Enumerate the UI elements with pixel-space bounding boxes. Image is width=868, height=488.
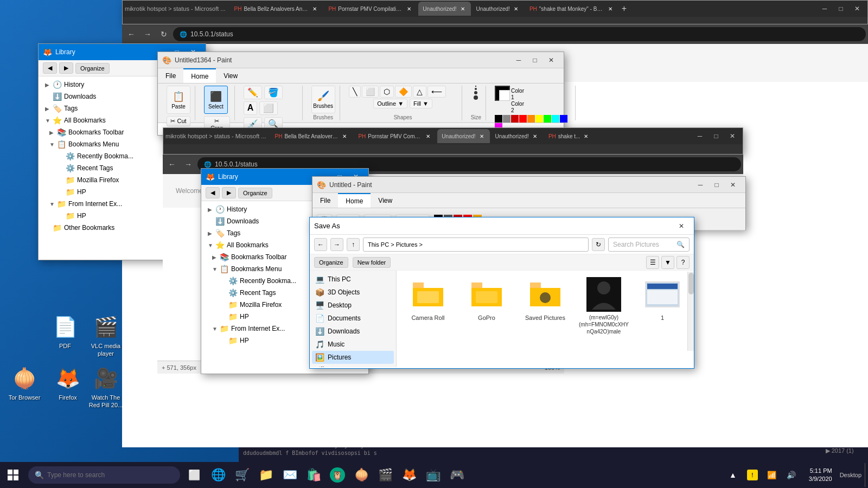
help-btn[interactable]: ? [676, 256, 690, 269]
browser-tab-fg-5[interactable]: PH shake t... ✕ [544, 129, 594, 143]
browser-forward-fg[interactable]: → [181, 157, 195, 171]
desktop-icon-vlc[interactable]: 🎬 VLC media player [84, 312, 127, 360]
file-gopro[interactable]: GoPro [459, 275, 514, 337]
text-btn-bg[interactable]: A [244, 101, 258, 115]
size-3[interactable] [474, 91, 477, 94]
dialog-search-box[interactable]: Search Pictures 🔍 [608, 237, 690, 252]
browser-refresh-bg[interactable]: ↻ [157, 27, 171, 41]
sidebar-downloads[interactable]: ⬇️ Downloads [312, 325, 394, 338]
browser-forward-bg[interactable]: → [141, 27, 155, 41]
outline-btn-bg[interactable]: Outline ▼ [373, 99, 407, 108]
taskbar-explorer-icon[interactable]: 📁 [254, 463, 278, 487]
sidebar-documents[interactable]: 📄 Documents [312, 312, 394, 325]
desktop-icon-tor[interactable]: 🧅 Tor Browser [3, 363, 46, 403]
color-orange[interactable] [527, 115, 535, 123]
color1-bg[interactable] [495, 86, 510, 101]
tray-network-icon[interactable]: 📶 [763, 463, 781, 487]
fill2-btn-bg[interactable]: Fill ▼ [410, 99, 432, 108]
file-saved-pictures[interactable]: Saved Pictures [518, 275, 572, 337]
sidebar-3d-objects[interactable]: 📦 3D Objects [312, 286, 394, 299]
tab-close-fg-5[interactable]: ✕ [582, 132, 590, 140]
paint-maximize-bg[interactable]: □ [527, 52, 543, 68]
browser-tab-2[interactable]: PH Pornstar PMV Compilatio... ✕ [324, 2, 417, 16]
search-input[interactable] [47, 471, 174, 479]
file-screenshot-1[interactable]: 1 [635, 275, 690, 337]
eraser-btn-bg[interactable]: ⬜ [259, 101, 278, 115]
browser-back-bg[interactable]: ← [124, 27, 138, 41]
sidebar-music[interactable]: 🎵 Music [312, 338, 394, 351]
taskbar-store-icon[interactable]: 🛒 [230, 463, 254, 487]
nav-back-bg[interactable]: ◀ [43, 62, 57, 74]
paint-close-bg[interactable]: ✕ [543, 52, 559, 68]
new-folder-btn-dialog[interactable]: New folder [353, 257, 391, 268]
scrollbar-thumb[interactable] [688, 273, 694, 294]
close-btn[interactable]: ✕ [849, 1, 865, 17]
tray-volume-icon[interactable]: 🔊 [783, 463, 800, 487]
browser-tab-3[interactable]: Unauthorized! ✕ [418, 2, 470, 16]
taskbar-vlc-icon[interactable]: 🎬 [373, 463, 397, 487]
sidebar-desktop[interactable]: 🖥️ Desktop [312, 299, 394, 312]
nav-forward-fg[interactable]: ▶ [222, 187, 236, 198]
tab-close-5[interactable]: ✕ [607, 5, 614, 12]
dialog-refresh-btn[interactable]: ↻ [592, 238, 605, 251]
pencil-btn-bg[interactable]: ✏️ [244, 86, 262, 99]
paste-btn-bg[interactable]: 📋 Paste [167, 86, 190, 114]
dialog-back-btn[interactable]: ← [314, 238, 327, 251]
sidebar-this-pc[interactable]: 💻 This PC [312, 273, 394, 286]
size-1[interactable] [475, 86, 476, 87]
minimize-btn[interactable]: ─ [816, 1, 833, 17]
sidebar-videos[interactable]: 🎬 Videos [312, 364, 394, 367]
shape-1[interactable]: ╲ [349, 86, 361, 98]
paint-maximize-fg[interactable]: □ [709, 177, 725, 193]
dialog-scrollbar[interactable] [687, 272, 694, 351]
size-2[interactable] [475, 88, 477, 90]
paint-close-fg[interactable]: ✕ [725, 177, 741, 193]
dialog-forward-btn[interactable]: → [330, 238, 343, 251]
browser-tab-fg-1[interactable]: PH Bella Bellz Analovers Ana... ✕ [271, 129, 353, 143]
color-gray[interactable] [503, 115, 510, 123]
browser-urlbar-bg[interactable]: 🌐 10.5.0.1/status [173, 27, 866, 41]
color-black[interactable] [495, 115, 502, 123]
new-tab-btn[interactable]: + [622, 4, 627, 14]
tab-close-1[interactable]: ✕ [311, 5, 318, 12]
size-4[interactable] [474, 95, 478, 100]
cut-btn-bg[interactable]: ✂ Cut [167, 116, 190, 126]
desktop-icon-watch[interactable]: 🎥 Watch The Red Pill 20... [84, 363, 127, 412]
dialog-close-btn[interactable]: ✕ [673, 218, 690, 234]
taskbar-edge-icon[interactable]: 🌐 [206, 463, 230, 487]
file-person-image[interactable]: (m=ewlG0y)(mh=FMNOM0cXHYnQa42O)male [577, 275, 631, 337]
nav-back-fg[interactable]: ◀ [206, 187, 220, 198]
taskbar-tripadvisor-icon[interactable]: 🦉 [326, 463, 349, 487]
paint-minimize-bg[interactable]: ─ [510, 52, 527, 68]
minimize-btn-fg[interactable]: ─ [692, 128, 708, 144]
desktop-icon-pdf[interactable]: 📄 PDF [43, 312, 87, 352]
fill-btn-bg[interactable]: 🪣 [264, 86, 283, 99]
paint-file-tab-bg[interactable]: File [158, 68, 183, 83]
taskbar-tor-icon[interactable]: 🧅 [349, 463, 373, 487]
tab-close-fg-4[interactable]: ✕ [531, 132, 539, 140]
taskbar-firefox-icon[interactable]: 🦊 [397, 463, 421, 487]
sidebar-pictures[interactable]: 🖼️ Pictures [312, 351, 394, 364]
dialog-up-btn[interactable]: ↑ [347, 238, 360, 251]
taskbar-search[interactable]: 🔍 [28, 466, 180, 484]
tab-close-4[interactable]: ✕ [512, 5, 520, 12]
breadcrumb-bar[interactable]: This PC > Pictures > [363, 237, 589, 252]
paint-view-tab-bg[interactable]: View [216, 68, 245, 83]
organize-btn-fg[interactable]: Organize [238, 188, 272, 198]
color-red[interactable] [519, 115, 527, 123]
color-yellow[interactable] [535, 115, 543, 123]
shape-3[interactable]: ⬡ [380, 86, 394, 98]
taskbar-clock[interactable]: 5:11 PM 3/9/2020 [805, 467, 837, 484]
show-desktop-btn[interactable] [865, 463, 868, 487]
select-btn-bg[interactable]: ⬛ Select [204, 86, 228, 114]
shape-4[interactable]: 🔶 [395, 86, 412, 98]
desktop-icon-firefox[interactable]: 🦊 Firefox [46, 363, 90, 403]
tab-close-3[interactable]: ✕ [459, 5, 467, 12]
browser-tab-fg-2[interactable]: PH Pornstar PMV Compilatio... ✕ [354, 129, 436, 143]
shape-6[interactable]: ⟵ [427, 86, 446, 98]
task-view-btn[interactable]: ⬜ [182, 463, 206, 487]
browser-tab-fg-4[interactable]: Unauthorized! ✕ [491, 129, 543, 143]
browser-tab-4[interactable]: Unauthorized! ✕ [472, 2, 524, 16]
organize-btn-bg[interactable]: Organize [75, 63, 110, 74]
browser-tab-fg-3[interactable]: Unauthorized! ✕ [437, 129, 489, 143]
